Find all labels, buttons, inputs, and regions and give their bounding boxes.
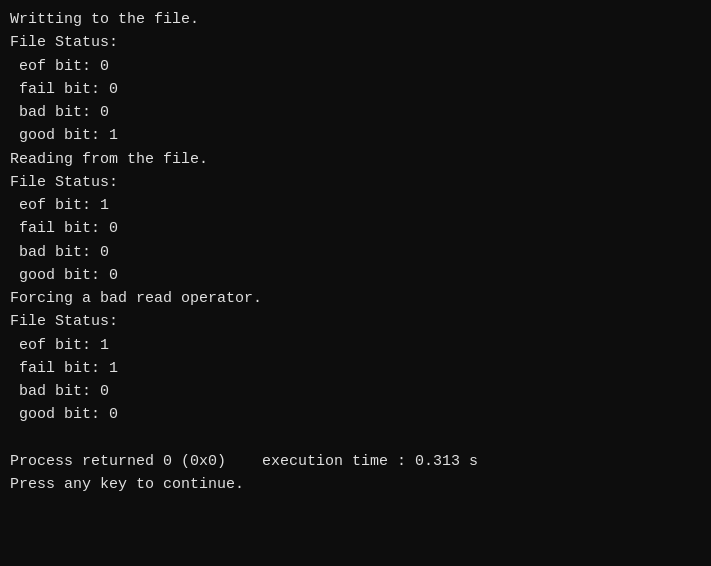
terminal-output: Writting to the file. File Status: eof b… xyxy=(0,0,711,566)
